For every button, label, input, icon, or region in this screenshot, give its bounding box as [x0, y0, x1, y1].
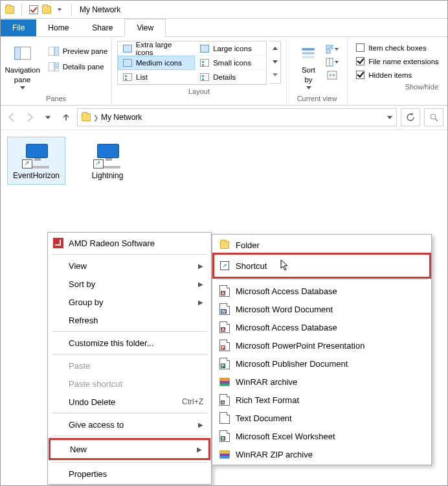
hidden-items-checkbox[interactable]: Hidden items	[356, 69, 412, 80]
navigation-pane-icon	[12, 43, 33, 64]
context-menu: AMD Radeon Software View▶ Sort by▶ Group…	[47, 232, 212, 485]
search-icon	[429, 113, 438, 122]
computer-shortcut-icon	[21, 141, 52, 168]
chevron-up-icon	[273, 47, 278, 50]
keyboard-shortcut: Ctrl+Z	[182, 397, 203, 406]
group-label-show-hide: Show/hide	[353, 80, 442, 92]
breadcrumb-segment[interactable]: My Network	[101, 113, 142, 122]
excel-icon: X	[219, 430, 230, 442]
menu-properties[interactable]: Properties	[49, 465, 210, 483]
submenu-word-document[interactable]: W Microsoft Word Document	[214, 300, 430, 318]
tab-file[interactable]: File	[1, 19, 36, 36]
submenu-powerpoint-presentation[interactable]: P Microsoft PowerPoint Presentation	[214, 336, 430, 354]
refresh-icon	[406, 113, 415, 122]
preview-pane-button[interactable]: Preview pane	[46, 45, 111, 58]
file-item-eventhorizon[interactable]: EventHorizon	[7, 137, 65, 185]
submenu-text-document[interactable]: Text Document	[214, 409, 430, 427]
svg-rect-9	[302, 48, 314, 51]
svg-rect-1	[14, 47, 20, 60]
ribbon-tabs: File Home Share View	[1, 19, 447, 37]
sort-by-button[interactable]: Sort by	[295, 41, 322, 92]
submenu-winrar-zip[interactable]: WinRAR ZIP archive	[214, 445, 430, 463]
chevron-right-icon: ▶	[198, 281, 203, 288]
submenu-winrar-archive[interactable]: WinRAR archive	[214, 373, 430, 391]
menu-new[interactable]: New▶	[49, 438, 210, 460]
breadcrumb[interactable]: ❯ My Network	[77, 108, 397, 126]
chevron-down-icon	[273, 60, 278, 64]
nav-forward-button[interactable]	[23, 110, 37, 124]
chevron-down-icon[interactable]	[387, 116, 392, 119]
svg-rect-10	[302, 52, 314, 54]
menu-amd-radeon[interactable]: AMD Radeon Software	[49, 234, 210, 252]
submenu-folder[interactable]: Folder	[214, 236, 430, 254]
menu-refresh[interactable]: Refresh	[49, 311, 210, 329]
submenu-access-database-2[interactable]: A Microsoft Access Database	[214, 318, 430, 336]
tab-view[interactable]: View	[124, 19, 166, 37]
svg-rect-22	[220, 378, 229, 381]
submenu-publisher-document[interactable]: P Microsoft Publisher Document	[214, 354, 430, 373]
qat-properties-icon[interactable]	[28, 5, 39, 15]
svg-rect-5	[54, 62, 59, 71]
layout-details[interactable]: Details	[195, 70, 266, 84]
winrar-icon	[219, 376, 230, 388]
layout-picker[interactable]: Extra large icons Large icons Medium ico…	[117, 41, 267, 85]
layout-small-icons[interactable]: Small icons	[195, 56, 266, 70]
navigation-pane-button[interactable]: Navigation pane	[2, 41, 43, 92]
menu-customize-folder[interactable]: Customize this folder...	[49, 334, 210, 352]
submenu-shortcut[interactable]: ↗ Shortcut	[214, 254, 430, 277]
search-input[interactable]	[424, 108, 443, 126]
svg-rect-26	[220, 456, 229, 458]
access-icon: A	[219, 321, 230, 333]
menu-paste-shortcut: Paste shortcut	[49, 375, 210, 393]
group-label-layout: Layout	[188, 85, 210, 97]
winrar-zip-icon	[219, 448, 230, 460]
layout-extra-large-icons[interactable]: Extra large icons	[118, 41, 195, 56]
size-columns-button[interactable]	[325, 69, 339, 81]
tab-home[interactable]: Home	[36, 19, 80, 36]
amd-icon	[53, 238, 63, 248]
file-label: EventHorizon	[12, 171, 61, 180]
folder-icon	[82, 113, 91, 121]
svg-point-19	[431, 114, 436, 119]
details-pane-button[interactable]: Details pane	[46, 60, 111, 73]
chevron-right-icon: ▶	[198, 421, 203, 428]
submenu-access-database[interactable]: A Microsoft Access Database	[214, 282, 430, 300]
group-by-button[interactable]	[325, 43, 339, 55]
word-icon: W	[219, 303, 230, 315]
tab-share[interactable]: Share	[80, 19, 124, 36]
layout-scroll[interactable]	[269, 41, 281, 84]
svg-rect-25	[220, 451, 229, 454]
menu-group-by[interactable]: Group by▶	[49, 293, 210, 311]
menu-give-access-to[interactable]: Give access to▶	[49, 415, 210, 434]
submenu-rich-text[interactable]: A Rich Text Format	[214, 391, 430, 409]
layout-medium-icons[interactable]: Medium icons	[118, 56, 195, 70]
publisher-icon: P	[219, 358, 230, 369]
chevron-right-icon: ▶	[198, 299, 203, 306]
shortcut-icon: ↗	[219, 260, 230, 272]
layout-large-icons[interactable]: Large icons	[195, 41, 266, 56]
nav-up-button[interactable]	[59, 110, 73, 124]
nav-recent-button[interactable]	[41, 110, 55, 124]
add-columns-button[interactable]	[325, 56, 339, 68]
file-item-lightning[interactable]: Lightning	[78, 137, 137, 185]
preview-pane-icon	[49, 46, 59, 56]
menu-undo-delete[interactable]: Undo DeleteCtrl+Z	[49, 393, 210, 411]
file-name-extensions-checkbox[interactable]: File name extensions	[356, 56, 439, 67]
menu-view[interactable]: View▶	[49, 257, 210, 275]
svg-rect-3	[54, 47, 59, 56]
computer-shortcut-icon	[92, 141, 123, 168]
group-label-current-view: Current view	[297, 92, 337, 104]
chevron-right-icon[interactable]: ❯	[93, 114, 98, 121]
qat-dropdown-icon[interactable]	[54, 5, 65, 15]
text-icon	[219, 412, 230, 424]
refresh-button[interactable]	[401, 108, 420, 126]
navigation-pane-label: Navigation pane	[5, 65, 39, 85]
menu-sort-by[interactable]: Sort by▶	[49, 275, 210, 293]
folder-icon	[5, 5, 15, 15]
submenu-excel-worksheet[interactable]: X Microsoft Excel Worksheet	[214, 427, 430, 445]
item-check-boxes-checkbox[interactable]: Item check boxes	[356, 42, 426, 53]
nav-back-button[interactable]	[5, 110, 19, 124]
menu-paste: Paste	[49, 356, 210, 375]
svg-rect-12	[326, 45, 330, 49]
layout-list[interactable]: List	[118, 70, 195, 84]
